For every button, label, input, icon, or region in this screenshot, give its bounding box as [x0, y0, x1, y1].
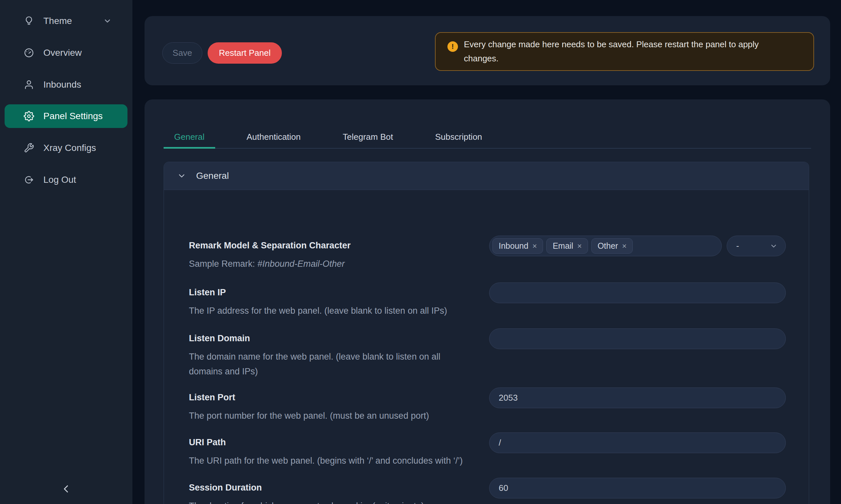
sample-remark-value: #Inbound-Email-Other [258, 259, 345, 269]
sidebar-item-label: Log Out [44, 175, 76, 185]
tag-inbound: Inbound × [493, 238, 543, 254]
field-description: The duration for which you can stay logg… [189, 499, 484, 504]
selected-separator: - [736, 241, 739, 251]
settings-card: General Authentication Telegram Bot Subs… [144, 100, 830, 504]
general-section-header[interactable]: General [164, 162, 809, 190]
sidebar-item-overview[interactable]: Overview [5, 41, 127, 65]
field-label: URI Path [189, 432, 484, 449]
chevron-down-icon [177, 171, 186, 180]
field-description: The domain name for the web panel. (leav… [189, 349, 484, 379]
uri-path-input[interactable] [489, 432, 786, 453]
sidebar-item-label: Panel Settings [44, 111, 103, 121]
field-description: Sample Remark: #Inbound-Email-Other [189, 257, 484, 271]
chevron-down-icon [770, 242, 777, 250]
sidebar-item-label: Overview [44, 48, 82, 58]
field-row-listen-port: Listen Port The port number for the web … [189, 388, 786, 423]
section-title: General [196, 170, 229, 181]
tag-email: Email × [546, 238, 588, 254]
remark-model-tags-input[interactable]: Inbound × Email × Other × [489, 236, 722, 256]
sidebar-item-label: Xray Configs [44, 143, 96, 153]
field-label: Listen IP [189, 283, 484, 299]
listen-port-input[interactable] [489, 388, 786, 408]
separation-character-select[interactable]: - [727, 236, 786, 256]
field-description: The port number for the web panel. (must… [189, 409, 484, 423]
sidebar-item-xray-configs[interactable]: Xray Configs [5, 136, 127, 160]
tab-telegram-bot[interactable]: Telegram Bot [332, 126, 404, 148]
listen-domain-input[interactable] [489, 328, 786, 349]
tab-general[interactable]: General [164, 126, 215, 148]
gear-icon [24, 111, 34, 121]
sidebar-item-inbounds[interactable]: Inbounds [5, 73, 127, 96]
chevron-down-icon [103, 17, 112, 25]
sidebar-collapse-button[interactable] [59, 482, 73, 496]
description-line2: domains and IPs) [189, 364, 484, 379]
remove-tag-icon[interactable]: × [532, 241, 537, 251]
alert-message: Every change made here needs to be saved… [464, 37, 759, 66]
chevron-left-icon [61, 484, 72, 494]
tag-label: Other [598, 241, 618, 251]
remove-tag-icon[interactable]: × [622, 241, 627, 251]
field-row-uri-path: URI Path The URI path for the web panel.… [189, 432, 786, 468]
lightbulb-icon [24, 16, 34, 26]
field-row-listen-domain: Listen Domain The domain name for the we… [189, 328, 786, 379]
remove-tag-icon[interactable]: × [577, 241, 582, 251]
tag-other: Other × [591, 238, 633, 254]
gauge-icon [24, 48, 34, 58]
tab-authentication[interactable]: Authentication [236, 126, 311, 148]
field-row-session-duration: Session Duration The duration for which … [189, 478, 786, 504]
field-row-remark: Remark Model & Separation Character Samp… [189, 236, 786, 271]
field-label: Remark Model & Separation Character [189, 236, 484, 252]
sample-remark-prefix: Sample Remark: [189, 259, 258, 269]
panel-settings-page: Theme Overview Inbounds [0, 0, 841, 504]
field-label: Session Duration [189, 478, 484, 494]
sidebar: Theme Overview Inbounds [0, 0, 132, 504]
sidebar-item-log-out[interactable]: Log Out [5, 168, 127, 192]
description-line1: The domain name for the web panel. (leav… [189, 349, 484, 364]
wrench-icon [24, 143, 34, 153]
tag-label: Email [552, 241, 573, 251]
field-row-listen-ip: Listen IP The IP address for the web pan… [189, 283, 786, 318]
toolbar-card: Save Restart Panel ! Every change made h… [144, 16, 830, 85]
theme-selector[interactable]: Theme [5, 9, 127, 33]
restart-panel-button[interactable]: Restart Panel [208, 42, 282, 64]
sidebar-item-panel-settings[interactable]: Panel Settings [5, 104, 127, 128]
field-label: Listen Port [189, 388, 484, 404]
form-rows: Remark Model & Separation Character Samp… [164, 190, 809, 504]
field-description: The IP address for the web panel. (leave… [189, 304, 484, 318]
save-button[interactable]: Save [162, 42, 202, 64]
theme-label: Theme [44, 16, 72, 26]
restart-warning-alert: ! Every change made here needs to be sav… [435, 32, 814, 71]
tag-label: Inbound [499, 241, 528, 251]
session-duration-input[interactable] [489, 478, 786, 499]
general-section: General Remark Model & Separation Charac… [164, 162, 809, 504]
alert-line1: Every change made here needs to be saved… [464, 37, 759, 52]
warning-icon: ! [447, 41, 458, 52]
user-icon [24, 79, 34, 90]
listen-ip-input[interactable] [489, 283, 786, 303]
alert-line2: changes. [464, 52, 759, 66]
logout-icon [24, 175, 34, 185]
field-label: Listen Domain [189, 328, 484, 345]
sidebar-item-label: Inbounds [44, 79, 81, 90]
settings-tabs: General Authentication Telegram Bot Subs… [164, 126, 811, 149]
field-description: The URI path for the web panel. (begins … [189, 453, 484, 468]
tab-subscription[interactable]: Subscription [425, 126, 493, 148]
